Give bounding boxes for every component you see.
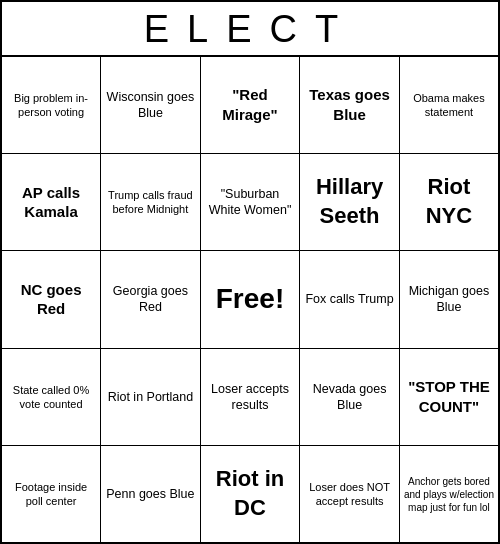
bingo-cell-r0c2: "Red Mirage" xyxy=(200,56,300,153)
bingo-cell-r3c1: Riot in Portland xyxy=(101,348,201,445)
bingo-cell-r2c0: NC goes Red xyxy=(1,251,101,348)
bingo-cell-r2c4: Michigan goes Blue xyxy=(399,251,499,348)
bingo-cell-r4c0: Footage inside poll center xyxy=(1,446,101,543)
bingo-cell-r3c3: Nevada goes Blue xyxy=(300,348,400,445)
bingo-cell-r3c4: "STOP THE COUNT" xyxy=(399,348,499,445)
title-letter-c: C xyxy=(270,8,315,51)
bingo-cell-r1c0: AP calls Kamala xyxy=(1,153,101,250)
bingo-cell-r2c2: Free! xyxy=(200,251,300,348)
bingo-cell-r0c1: Wisconsin goes Blue xyxy=(101,56,201,153)
bingo-title: E L E C T xyxy=(0,0,500,55)
bingo-cell-r1c2: "Suburban White Women" xyxy=(200,153,300,250)
bingo-grid: Big problem in-person votingWisconsin go… xyxy=(0,55,500,544)
title-letter-e1: E xyxy=(144,8,187,51)
bingo-cell-r4c3: Loser does NOT accept results xyxy=(300,446,400,543)
bingo-cell-r3c2: Loser accepts results xyxy=(200,348,300,445)
bingo-cell-r1c3: Hillary Seeth xyxy=(300,153,400,250)
bingo-cell-r0c3: Texas goes Blue xyxy=(300,56,400,153)
bingo-cell-r2c3: Fox calls Trump xyxy=(300,251,400,348)
bingo-cell-r2c1: Georgia goes Red xyxy=(101,251,201,348)
bingo-cell-r3c0: State called 0% vote counted xyxy=(1,348,101,445)
bingo-cell-r4c2: Riot in DC xyxy=(200,446,300,543)
bingo-cell-r1c4: Riot NYC xyxy=(399,153,499,250)
bingo-cell-r0c4: Obama makes statement xyxy=(399,56,499,153)
title-letter-e2: E xyxy=(226,8,269,51)
title-letter-l: L xyxy=(187,8,226,51)
bingo-cell-r4c1: Penn goes Blue xyxy=(101,446,201,543)
bingo-cell-r0c0: Big problem in-person voting xyxy=(1,56,101,153)
title-letter-t: T xyxy=(315,8,356,51)
bingo-cell-r4c4: Anchor gets bored and plays w/election m… xyxy=(399,446,499,543)
bingo-cell-r1c1: Trump calls fraud before Midnight xyxy=(101,153,201,250)
